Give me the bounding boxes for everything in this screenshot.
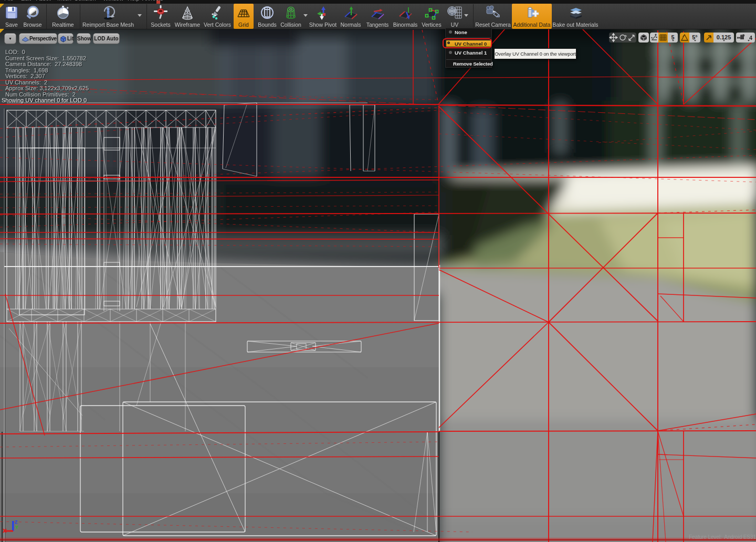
svg-text:Y: Y xyxy=(15,525,18,530)
svg-text:Z: Z xyxy=(15,519,18,525)
